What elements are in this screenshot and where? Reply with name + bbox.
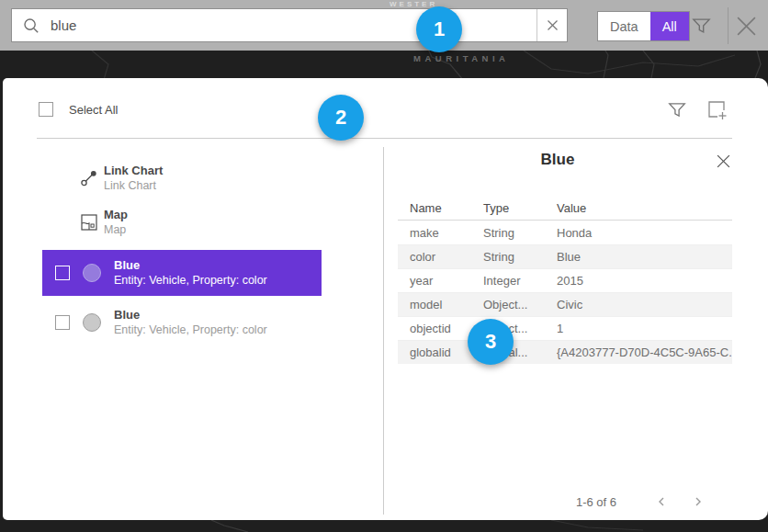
result-title: Map — [104, 208, 128, 222]
attribute-table: Name Type Value make String Honda color … — [398, 197, 732, 364]
search-results-panel: Select All — [3, 78, 768, 520]
column-header-value: Value — [545, 201, 732, 215]
close-search-button[interactable] — [735, 15, 758, 41]
entity-circle-icon — [83, 264, 101, 282]
table-row: make String Honda — [398, 221, 732, 244]
table-row: model Object... Civic — [398, 292, 732, 316]
column-header-type: Type — [471, 201, 545, 215]
filter-icon[interactable] — [691, 15, 712, 40]
map-country-label: MAURITANIA — [413, 53, 509, 63]
search-scope-toggle: Data All — [597, 11, 690, 41]
search-icon — [12, 17, 51, 34]
previous-page-button[interactable] — [655, 495, 668, 508]
scope-option-data[interactable]: Data — [598, 12, 650, 40]
scope-option-all[interactable]: All — [650, 12, 689, 40]
table-header-row: Name Type Value — [398, 197, 732, 221]
search-toolbar: WESTER Data All — [0, 0, 768, 51]
result-title: Blue — [114, 258, 267, 273]
table-row: globalid Global... {A4203777-D70D-4C5C-9… — [398, 340, 732, 364]
page-range-label: 1-6 of 6 — [576, 495, 616, 509]
panel-divider — [383, 147, 384, 515]
result-title: Blue — [114, 308, 267, 323]
result-subtitle: Entity: Vehicle, Property: color — [114, 323, 267, 337]
result-checkbox[interactable] — [55, 315, 70, 330]
detail-panel-title: Blue — [383, 151, 732, 169]
map-icon — [74, 213, 104, 232]
result-title: Link Chart — [104, 164, 163, 178]
pagination: 1-6 of 6 — [383, 492, 732, 512]
annotation-callout-3: 3 — [468, 319, 514, 365]
result-item-link-chart[interactable]: Link Chart Link Chart — [74, 164, 163, 193]
search-box — [11, 8, 568, 42]
chevron-left-icon — [655, 495, 668, 508]
detail-close-button[interactable] — [716, 153, 731, 173]
add-to-new-icon[interactable] — [706, 98, 728, 124]
select-all-label: Select All — [69, 103, 118, 117]
next-page-button[interactable] — [692, 495, 705, 508]
annotation-callout-1: 1 — [416, 6, 462, 52]
header-divider — [37, 138, 732, 139]
toolbar-divider — [728, 7, 728, 44]
table-row: year Integer 2015 — [398, 268, 732, 292]
close-icon — [716, 153, 731, 169]
table-row: objectid Object... 1 — [398, 316, 732, 340]
chevron-right-icon — [692, 495, 705, 508]
column-header-name: Name — [398, 201, 471, 215]
close-icon — [735, 15, 758, 38]
select-all-row: Select All — [39, 102, 118, 117]
table-row: color String Blue — [398, 244, 732, 268]
select-all-checkbox[interactable] — [39, 102, 53, 117]
result-subtitle: Entity: Vehicle, Property: color — [114, 273, 267, 288]
app-window: MAURITANIA WESTER Data All — [0, 0, 768, 532]
results-filter-icon[interactable] — [667, 99, 687, 123]
result-subtitle: Link Chart — [104, 178, 163, 193]
search-input[interactable] — [51, 9, 536, 41]
clear-search-button[interactable] — [536, 9, 567, 41]
close-icon — [547, 19, 559, 31]
entity-circle-icon — [83, 313, 101, 332]
link-chart-icon — [74, 169, 104, 187]
annotation-callout-2: 2 — [318, 95, 364, 141]
result-item-map[interactable]: Map Map — [74, 208, 128, 237]
result-item-blue[interactable]: Blue Entity: Vehicle, Property: color — [42, 301, 322, 344]
result-subtitle: Map — [104, 222, 128, 237]
result-item-blue-selected[interactable]: Blue Entity: Vehicle, Property: color — [42, 250, 322, 296]
result-checkbox[interactable] — [55, 266, 70, 280]
